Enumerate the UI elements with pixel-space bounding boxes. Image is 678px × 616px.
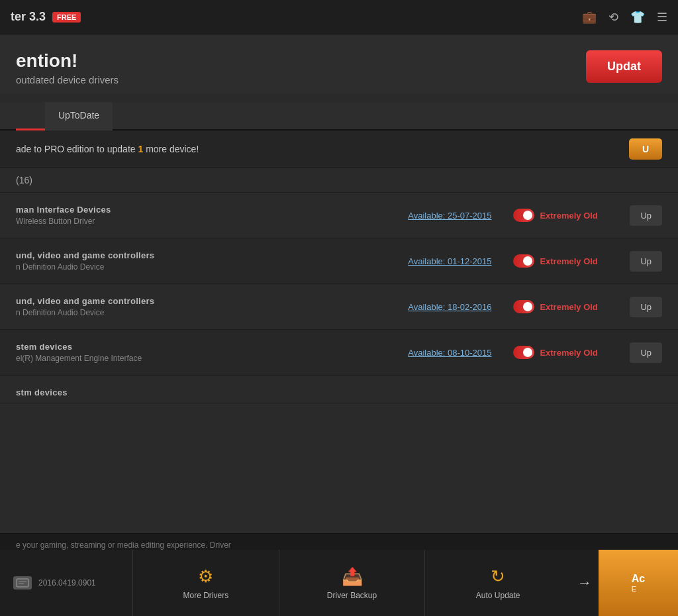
table-row: stm devices [0,376,678,403]
upgrade-text-after: more device! [143,144,199,154]
table-row: stem devices el(R) Management Engine Int… [0,330,678,376]
status-badge: Extremely Old [513,300,619,313]
bottom-bar: 2016.0419.0901 ⚙ More Drivers 📤 Driver B… [0,550,678,616]
driver-name: Wireless Button Driver [16,217,386,226]
status-badge: Extremely Old [513,209,619,222]
app-title: ter 3.3 [11,10,46,24]
version-label: 2016.0419.0901 [38,578,96,588]
auto-update-action[interactable]: ↻ Auto Update [424,550,571,616]
upgrade-text: ade to PRO edition to update 1 more devi… [16,144,199,154]
driver-available-date[interactable]: Available: 18-02-2016 [397,302,503,312]
more-drivers-label: More Drivers [183,591,229,600]
status-badge: Extremely Old [513,254,619,268]
driver-info: und, video and game controllers n Defini… [16,250,386,272]
arrow-icon: → [571,574,599,591]
free-badge: FREE [52,12,81,23]
tab-outdated[interactable] [16,102,45,130]
upgrade-button[interactable]: U [629,138,662,160]
sync-icon: ↻ [491,566,505,587]
driver-name: n Definition Audio Device [16,262,386,272]
status-icon [513,209,534,222]
activate-sub-label: E [632,585,645,593]
update-button[interactable]: Up [630,342,662,363]
activate-button[interactable]: Ac E [599,550,678,616]
upgrade-text-before: ade to PRO edition to update [16,144,138,154]
tabs-row: UpToDate [0,102,678,130]
title-bar-left: ter 3.3 FREE [11,10,81,24]
table-row: und, video and game controllers n Defini… [0,238,678,284]
driver-category: man Interface Devices [16,205,386,215]
title-bar: ter 3.3 FREE 💼 ⟲ 👕 ☰ [0,0,678,34]
driver-name: n Definition Audio Device [16,308,386,317]
driver-category: und, video and game controllers [16,296,386,306]
activate-label: Ac E [632,573,645,593]
status-icon [513,254,534,268]
tab-uptodate[interactable]: UpToDate [45,102,113,130]
driver-category: stem devices [16,342,386,352]
attention-heading: ention! [16,50,119,72]
attention-text: ention! outdated device drivers [16,50,119,85]
status-label: Extremely Old [540,348,597,358]
attention-banner: ention! outdated device drivers Updat [0,34,678,94]
status-label: Extremely Old [540,256,597,266]
bottom-version: 2016.0419.0901 [0,576,132,590]
upgrade-bar: ade to PRO edition to update 1 more devi… [0,130,678,168]
title-bar-right: 💼 ⟲ 👕 ☰ [582,10,667,25]
outdated-count: (16) [0,168,678,193]
bottom-actions: ⚙ More Drivers 📤 Driver Backup ↻ Auto Up… [132,550,571,616]
briefcase-icon[interactable]: 💼 [582,10,597,25]
update-button[interactable]: Up [630,297,662,317]
update-button[interactable]: Up [630,251,662,272]
tab-outdated-label [29,110,32,121]
gear-icon: ⚙ [198,566,213,587]
table-row: und, video and game controllers n Defini… [0,284,678,330]
update-button[interactable]: Up [630,205,662,226]
more-drivers-action[interactable]: ⚙ More Drivers [132,550,279,616]
update-all-button[interactable]: Updat [586,50,662,83]
outdated-count-label: (16) [16,175,32,185]
driver-name: el(R) Management Engine Interface [16,354,386,363]
driver-category: stm devices [16,387,68,397]
promo-text-content: e your gaming, streaming or media editin… [16,540,231,550]
driver-available-date[interactable]: Available: 01-12-2015 [397,256,503,266]
tshirt-icon[interactable]: 👕 [630,10,645,25]
inbox-icon: 📤 [342,566,363,587]
svg-rect-0 [17,579,28,587]
attention-subtext: outdated device drivers [16,74,119,85]
driver-available-date[interactable]: Available: 25-07-2015 [397,211,503,221]
driver-backup-label: Driver Backup [327,591,377,600]
driver-info: man Interface Devices Wireless Button Dr… [16,205,386,226]
status-label: Extremely Old [540,302,597,312]
version-icon [13,576,32,590]
driver-info: und, video and game controllers n Defini… [16,296,386,317]
driver-category: und, video and game controllers [16,250,386,260]
status-icon [513,300,534,313]
table-row: man Interface Devices Wireless Button Dr… [0,193,678,238]
status-badge: Extremely Old [513,346,619,359]
activate-main-label: Ac [632,573,645,585]
status-icon [513,346,534,359]
driver-available-date[interactable]: Available: 08-10-2015 [397,348,503,358]
driver-list: man Interface Devices Wireless Button Dr… [0,193,678,403]
driver-info: stem devices el(R) Management Engine Int… [16,342,386,363]
driver-info: stm devices [16,387,68,397]
driver-backup-action[interactable]: 📤 Driver Backup [279,550,425,616]
auto-update-label: Auto Update [476,591,520,600]
driver-list-container: man Interface Devices Wireless Button Dr… [0,193,678,533]
menu-icon[interactable]: ☰ [657,10,667,25]
history-icon[interactable]: ⟲ [608,10,618,25]
status-label: Extremely Old [540,211,597,221]
tab-uptodate-label: UpToDate [58,110,99,121]
